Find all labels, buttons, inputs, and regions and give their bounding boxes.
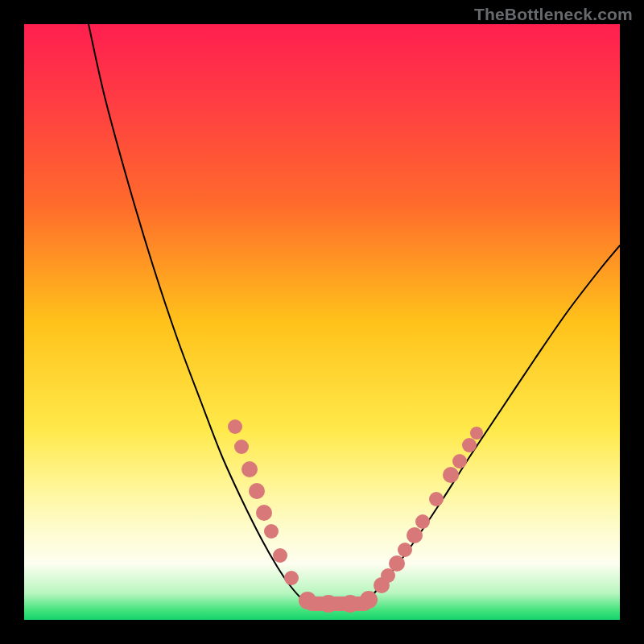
plot-area	[24, 24, 620, 620]
data-marker	[299, 592, 316, 609]
chart-svg	[24, 24, 620, 620]
data-marker	[429, 492, 444, 506]
data-marker	[234, 440, 249, 454]
data-marker	[360, 591, 378, 609]
data-marker	[264, 524, 279, 539]
data-marker	[452, 454, 467, 469]
data-marker	[341, 595, 359, 613]
data-marker	[415, 514, 430, 529]
data-marker	[320, 595, 337, 613]
data-marker	[389, 555, 405, 572]
data-marker	[443, 467, 459, 483]
data-marker	[398, 543, 412, 557]
data-marker	[407, 527, 423, 543]
gradient-background	[24, 24, 620, 620]
data-marker	[462, 438, 477, 452]
data-marker	[228, 419, 242, 434]
data-marker	[284, 571, 299, 585]
chart-frame: TheBottleneck.com	[0, 0, 644, 644]
data-marker	[249, 483, 265, 499]
data-marker	[273, 548, 287, 563]
brand-watermark: TheBottleneck.com	[474, 5, 633, 24]
data-marker	[256, 505, 272, 521]
data-marker	[470, 427, 483, 440]
data-marker	[242, 461, 258, 477]
